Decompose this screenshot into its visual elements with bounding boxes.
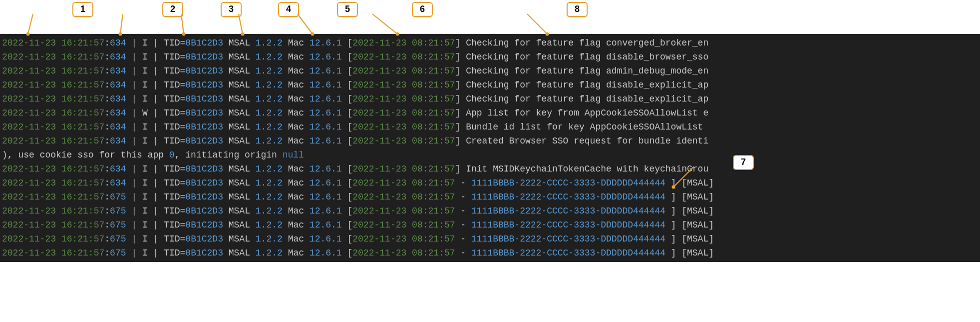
log-message: Checking for feature flag disable_explic… — [466, 94, 708, 104]
log-os-name: Mac — [288, 136, 304, 146]
log-suffix: [MSAL] — [681, 178, 714, 188]
log-inner-date: 2022-11-23 — [352, 206, 406, 216]
log-time: 16:21:57 — [61, 66, 104, 76]
log-date: 2022-11-23 — [2, 66, 56, 76]
log-lib-name: MSAL — [229, 164, 250, 174]
log-level: I — [142, 234, 148, 244]
log-os-name: Mac — [288, 192, 304, 202]
log-time: 16:21:57 — [61, 136, 104, 146]
log-tid-label: TID= — [164, 136, 185, 146]
log-suffix: [MSAL] — [681, 192, 714, 202]
svg-point-13 — [546, 32, 549, 36]
log-correlation-guid: 1111BBBB-2222-CCCC-3333-DDDDDD444444 — [471, 220, 665, 230]
log-lib-version: 1.2.2 — [256, 164, 283, 174]
log-lib-version: 1.2.2 — [256, 248, 283, 258]
log-correlation-guid: 1111BBBB-2222-CCCC-3333-DDDDDD444444 — [471, 178, 665, 188]
log-milliseconds: 634 — [110, 94, 126, 104]
log-correlation-guid: 1111BBBB-2222-CCCC-3333-DDDDDD444444 — [471, 234, 665, 244]
log-inner-date: 2022-11-23 — [352, 248, 406, 258]
log-inner-date: 2022-11-23 — [352, 52, 406, 62]
log-viewer-pane: 2022-11-23 16:21:57:634 | I | TID=0B1C2D… — [0, 34, 980, 262]
log-os-version: 12.6.1 — [310, 108, 342, 118]
log-os-name: Mac — [288, 66, 304, 76]
svg-point-7 — [241, 32, 245, 36]
log-date: 2022-11-23 — [2, 220, 56, 230]
log-lib-name: MSAL — [229, 192, 250, 202]
log-inner-time: 08:21:57 — [412, 192, 455, 202]
log-tid-label: TID= — [164, 234, 185, 244]
log-lib-version: 1.2.2 — [256, 234, 283, 244]
log-time: 16:21:57 — [61, 108, 104, 118]
log-message: , initiating origin — [175, 150, 283, 160]
log-correlation-guid: 1111BBBB-2222-CCCC-3333-DDDDDD444444 — [471, 192, 665, 202]
svg-line-8 — [298, 14, 313, 34]
annotation-callout-5: 5 — [337, 2, 358, 17]
svg-line-0 — [28, 14, 33, 34]
log-lib-name: MSAL — [229, 108, 250, 118]
log-line: 2022-11-23 16:21:57:634 | I | TID=0B1C2D… — [2, 78, 980, 92]
log-tid: 0B1C2D3 — [185, 192, 223, 202]
log-inner-date: 2022-11-23 — [352, 220, 406, 230]
log-line: 2022-11-23 16:21:57:634 | I | TID=0B1C2D… — [2, 134, 980, 148]
log-os-name: Mac — [288, 234, 304, 244]
log-level: I — [142, 178, 148, 188]
log-inner-date: 2022-11-23 — [352, 108, 406, 118]
log-milliseconds: 675 — [110, 206, 126, 216]
log-date: 2022-11-23 — [2, 80, 56, 90]
log-suffix: [MSAL] — [681, 234, 714, 244]
svg-point-3 — [119, 32, 122, 36]
log-level: I — [142, 122, 148, 132]
log-lib-name: MSAL — [229, 80, 250, 90]
log-inner-time: 08:21:57 — [412, 178, 455, 188]
log-message: Init MSIDKeychainTokenCache with keychai… — [466, 164, 708, 174]
log-inner-date: 2022-11-23 — [352, 122, 406, 132]
log-os-version: 12.6.1 — [310, 52, 342, 62]
log-tid: 0B1C2D3 — [185, 178, 223, 188]
svg-point-5 — [182, 32, 186, 36]
log-os-version: 12.6.1 — [310, 206, 342, 216]
log-level: W — [142, 108, 148, 118]
log-level: I — [142, 248, 148, 258]
log-lib-version: 1.2.2 — [256, 52, 283, 62]
log-os-version: 12.6.1 — [310, 248, 342, 258]
log-date: 2022-11-23 — [2, 192, 56, 202]
log-milliseconds: 675 — [110, 220, 126, 230]
log-line: 2022-11-23 16:21:57:634 | I | TID=0B1C2D… — [2, 92, 980, 106]
log-tid-label: TID= — [164, 178, 185, 188]
log-tid: 0B1C2D3 — [185, 206, 223, 216]
log-date: 2022-11-23 — [2, 248, 56, 258]
log-os-version: 12.6.1 — [310, 94, 342, 104]
log-message: ), use cookie sso for this app — [2, 150, 169, 160]
log-inner-time: 08:21:57 — [412, 136, 455, 146]
log-line: 2022-11-23 16:21:57:634 | I | TID=0B1C2D… — [2, 162, 980, 176]
log-time: 16:21:57 — [61, 122, 104, 132]
annotation-bar: 1234568 — [0, 0, 980, 34]
log-message: Checking for feature flag admin_debug_mo… — [466, 66, 708, 76]
log-lib-name: MSAL — [229, 66, 250, 76]
log-message: App list for key from AppCookieSSOAllowL… — [466, 108, 708, 118]
log-lib-name: MSAL — [229, 122, 250, 132]
annotation-callout-4: 4 — [278, 2, 299, 17]
log-tid-label: TID= — [164, 66, 185, 76]
log-line: 2022-11-23 16:21:57:675 | I | TID=0B1C2D… — [2, 204, 980, 218]
log-tid-label: TID= — [164, 94, 185, 104]
log-inner-time: 08:21:57 — [412, 52, 455, 62]
log-line: 2022-11-23 16:21:57:675 | I | TID=0B1C2D… — [2, 232, 980, 246]
log-tid-label: TID= — [164, 192, 185, 202]
annotation-callout-2: 2 — [162, 2, 183, 17]
svg-line-4 — [181, 14, 184, 34]
log-line: 2022-11-23 16:21:57:634 | I | TID=0B1C2D… — [2, 120, 980, 134]
log-inner-time: 08:21:57 — [412, 66, 455, 76]
log-os-name: Mac — [288, 122, 304, 132]
log-inner-time: 08:21:57 — [412, 206, 455, 216]
log-time: 16:21:57 — [61, 164, 104, 174]
log-level: I — [142, 206, 148, 216]
log-date: 2022-11-23 — [2, 234, 56, 244]
log-message: Checking for feature flag disable_browse… — [466, 52, 708, 62]
log-tid-label: TID= — [164, 52, 185, 62]
svg-line-10 — [372, 14, 397, 34]
log-lib-version: 1.2.2 — [256, 192, 283, 202]
log-tid: 0B1C2D3 — [185, 80, 223, 90]
log-inner-date: 2022-11-23 — [352, 94, 406, 104]
annotation-leader-line — [372, 14, 472, 44]
